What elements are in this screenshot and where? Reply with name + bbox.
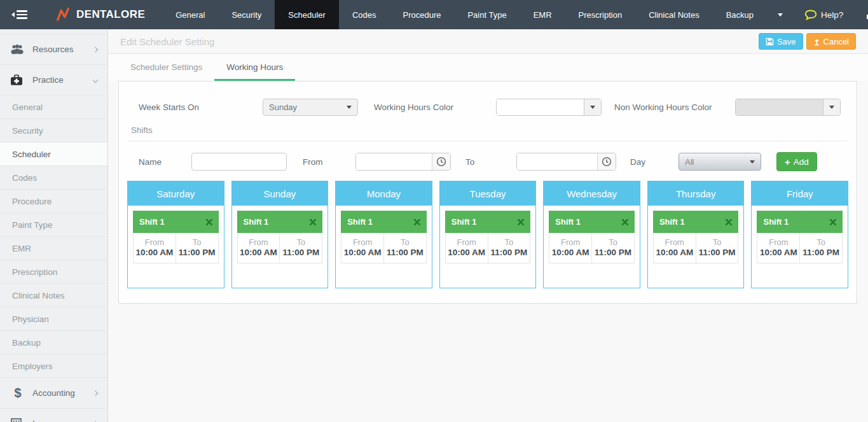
shift-header: Shift 1 [341, 211, 427, 233]
insurance-building-icon [10, 418, 25, 422]
remove-shift-button[interactable] [414, 219, 420, 225]
product-link[interactable]: Dokki [854, 9, 868, 20]
working-hours-color-swatch [497, 99, 584, 115]
day-title: Monday [336, 181, 432, 206]
nav-item-scheduler[interactable]: Scheduler [275, 0, 339, 29]
day-card-thursday: Thursday Shift 1 From 10:00 AM To 11:00 … [647, 181, 745, 288]
close-icon [310, 219, 316, 225]
day-card-sunday: Sunday Shift 1 From 10:00 AM To 11:00 PM [231, 181, 329, 288]
sidebar-item-general[interactable]: General [0, 95, 107, 119]
sidebar-group-label: Practice [32, 75, 64, 85]
to-value: 11:00 PM [801, 248, 841, 257]
brand-logo[interactable]: DENTALORE [36, 0, 162, 29]
color-dropdown-button[interactable] [823, 99, 840, 115]
cancel-label: Cancel [823, 37, 849, 46]
chat-bubble-icon [804, 10, 817, 20]
sidebar-collapse-button[interactable] [0, 0, 36, 29]
nav-item-codes[interactable]: Codes [339, 0, 390, 29]
clock-button[interactable] [597, 153, 616, 170]
shift-from-cell: From 10:00 AM [134, 233, 176, 263]
nav-item-backup[interactable]: Backup [713, 0, 767, 29]
sidebar-item-procedure[interactable]: Procedure [0, 190, 107, 213]
to-value: 11:00 PM [385, 248, 425, 257]
remove-shift-button[interactable] [726, 219, 732, 225]
working-hours-color-label: Working Hours Color [374, 102, 496, 112]
color-dropdown-button[interactable] [584, 99, 601, 115]
remove-shift-button[interactable] [310, 219, 316, 225]
chevron-right-icon [93, 48, 97, 52]
to-label: To [490, 237, 529, 247]
sidebar-item-prescription[interactable]: Prescription [0, 260, 107, 284]
from-label: From [343, 237, 382, 247]
remove-shift-button[interactable] [518, 219, 524, 225]
day-select[interactable]: All [679, 153, 761, 171]
sidebar-item-paint-type[interactable]: Paint Type [0, 213, 107, 237]
tab-working-hours[interactable]: Working Hours [214, 54, 295, 81]
shift-title: Shift 1 [763, 217, 789, 227]
shift-to-label: To [465, 157, 516, 167]
sidebar-item-security[interactable]: Security [0, 119, 107, 143]
shift-to-cell: To 11:00 PM [591, 233, 634, 263]
shift-block: Shift 1 From 10:00 AM To 11:00 PM [133, 211, 219, 264]
caret-down-icon [750, 160, 755, 164]
to-value: 11:00 PM [490, 248, 529, 257]
sidebar-group-practice[interactable]: Practice [0, 65, 107, 95]
from-label: From [655, 237, 694, 247]
sidebar-item-emr[interactable]: EMR [0, 237, 107, 260]
pulse-logo-icon [55, 7, 71, 22]
cancel-arrow-icon [813, 38, 820, 46]
clock-button[interactable] [432, 153, 450, 170]
nav-item-general[interactable]: General [162, 0, 218, 29]
shift-to-time-input[interactable] [516, 153, 616, 171]
sidebar-item-backup[interactable]: Backup [0, 331, 107, 355]
shift-from-cell: From 10:00 AM [446, 233, 488, 263]
save-button[interactable]: Save [759, 33, 803, 50]
nav-item-paint-type[interactable]: Paint Type [454, 0, 520, 29]
sidebar-item-codes[interactable]: Codes [0, 166, 107, 190]
nav-more-caret[interactable] [767, 0, 794, 29]
help-label: Help? [821, 10, 843, 20]
nav-item-procedure[interactable]: Procedure [389, 0, 454, 29]
remove-shift-button[interactable] [622, 219, 628, 225]
sidebar-group-resources[interactable]: Resources [0, 34, 107, 65]
nav-item-prescription[interactable]: Prescription [565, 0, 636, 29]
to-label: To [281, 237, 320, 247]
cancel-button[interactable]: Cancel [806, 33, 856, 50]
shift-from-time-input[interactable] [355, 153, 451, 171]
nav-item-emr[interactable]: EMR [520, 0, 565, 29]
help-button[interactable]: Help? [794, 10, 854, 20]
sidebar-group-accounting[interactable]: $ Accounting [0, 378, 107, 409]
week-starts-on-select[interactable]: Sunday [263, 99, 358, 116]
shift-to-cell: To 11:00 PM [279, 233, 322, 263]
chevron-down-icon [93, 78, 97, 82]
remove-shift-button[interactable] [206, 219, 212, 225]
sidebar-item-clinical-notes[interactable]: Clinical Notes [0, 284, 107, 307]
sidebar-item-employers[interactable]: Employers [0, 355, 107, 378]
shift-times: From 10:00 AM To 11:00 PM [653, 233, 739, 264]
to-time-field[interactable] [517, 153, 597, 170]
close-icon [414, 219, 420, 225]
brand-name: DENTALORE [76, 8, 145, 21]
remove-shift-button[interactable] [830, 219, 836, 225]
shift-header: Shift 1 [445, 211, 531, 233]
nav-item-security[interactable]: Security [218, 0, 275, 29]
non-working-hours-color-picker[interactable] [735, 99, 841, 116]
tab-scheduler-settings[interactable]: Scheduler Settings [118, 54, 214, 81]
from-time-field[interactable] [356, 153, 432, 170]
page-header: Edit Scheduler Setting Save Cancel [108, 29, 868, 54]
non-working-hours-color-label: Non Working Hours Color [614, 102, 735, 112]
add-shift-row: Name From To [139, 152, 848, 171]
from-value: 10:00 AM [447, 248, 486, 257]
add-shift-button[interactable]: + Add [776, 152, 817, 171]
shift-from-cell: From 10:00 AM [654, 233, 696, 263]
shift-name-input[interactable] [191, 153, 287, 171]
working-hours-color-picker[interactable] [496, 99, 602, 116]
sidebar-group-insurance[interactable]: Insurance [0, 409, 107, 422]
sidebar-item-physician[interactable]: Physician [0, 307, 107, 331]
sidebar-item-scheduler[interactable]: Scheduler [0, 143, 107, 166]
from-label: From [447, 237, 486, 247]
nav-item-clinical-notes[interactable]: Clinical Notes [635, 0, 712, 29]
working-hours-panel: Week Starts On Sunday Working Hours Colo… [118, 81, 857, 304]
shift-times: From 10:00 AM To 11:00 PM [341, 233, 427, 264]
shift-from-label: From [303, 157, 355, 167]
